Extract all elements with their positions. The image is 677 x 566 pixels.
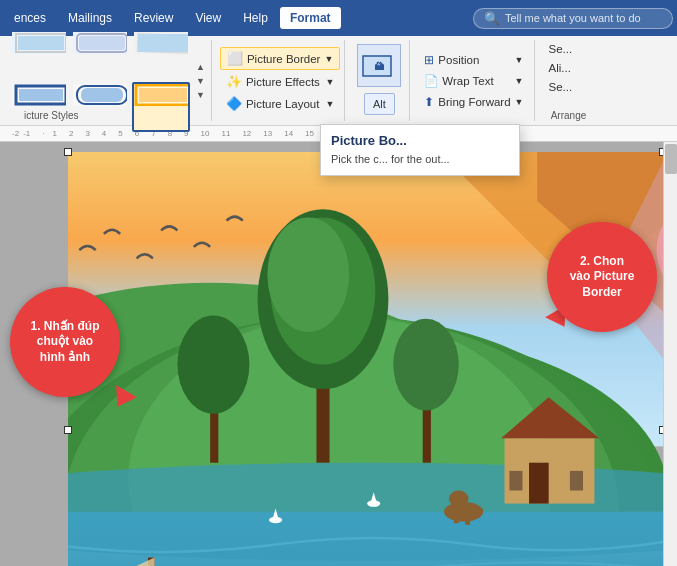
callout-2-text: 2. Chon vào Picture Border bbox=[570, 254, 635, 301]
search-placeholder: Tell me what you want to do bbox=[505, 12, 641, 24]
ruler-12: 12 bbox=[242, 129, 251, 138]
wrap-dropdown-icon: ▼ bbox=[515, 76, 524, 86]
position-icon: ⊞ bbox=[424, 53, 434, 67]
handle-top-left[interactable] bbox=[64, 148, 72, 156]
bring-forward-icon: ⬆ bbox=[424, 95, 434, 109]
ruler-11: 11 bbox=[221, 129, 230, 138]
format-ribbon: ▲ ▼ ▼ icture Styles ⬜ Picture Border ▼ ✨… bbox=[0, 36, 677, 126]
position-button[interactable]: ⊞ Position ▼ bbox=[418, 50, 529, 70]
pic-style-6[interactable] bbox=[132, 82, 190, 132]
forward-dropdown-icon: ▼ bbox=[515, 97, 524, 107]
ruler-15: 15 bbox=[305, 129, 314, 138]
ruler-14: 14 bbox=[284, 129, 293, 138]
callout-1: 1. Nhấn đúp chuột vào hình ảnh bbox=[10, 287, 120, 397]
picture-effects-icon: ✨ bbox=[226, 74, 242, 89]
svg-point-36 bbox=[267, 217, 349, 331]
svg-rect-48 bbox=[570, 471, 583, 491]
menu-item-view[interactable]: View bbox=[185, 7, 231, 29]
picture-border-label: Picture Border bbox=[247, 53, 321, 65]
image-frame[interactable]: blogkienthuctinhoc.com bbox=[68, 152, 663, 566]
pic-style-2[interactable] bbox=[71, 30, 129, 80]
svg-point-38 bbox=[177, 316, 249, 414]
picture-layout-icon: 🔷 bbox=[226, 96, 242, 111]
svg-rect-46 bbox=[529, 463, 549, 504]
picture-layout-label: Picture Layout bbox=[246, 98, 320, 110]
position-dropdown-icon: ▼ bbox=[515, 55, 524, 65]
scroll-down-arrow[interactable]: ▼ bbox=[194, 74, 207, 88]
menu-item-ences[interactable]: ences bbox=[4, 7, 56, 29]
picture-border-dropdown: Picture Bo... Pick the c... for the out.… bbox=[320, 124, 520, 176]
menu-item-review[interactable]: Review bbox=[124, 7, 183, 29]
pic-style-1[interactable] bbox=[10, 30, 68, 80]
svg-rect-5 bbox=[79, 36, 125, 50]
bring-forward-button[interactable]: ⬆ Bring Forward ▼ bbox=[418, 92, 529, 112]
search-icon: 🔍 bbox=[484, 11, 500, 26]
svg-rect-11 bbox=[19, 89, 63, 101]
align-label: Ali... bbox=[549, 62, 571, 74]
alt-button-icon: 🏔 bbox=[357, 44, 401, 87]
picture-styles-label: icture Styles bbox=[24, 110, 78, 121]
select-label: Se... bbox=[549, 43, 573, 55]
search-bar[interactable]: 🔍 Tell me what you want to do bbox=[473, 8, 673, 29]
svg-rect-57 bbox=[465, 505, 470, 525]
svg-rect-2 bbox=[18, 36, 64, 50]
picture-border-button[interactable]: ⬜ Picture Border ▼ bbox=[220, 47, 340, 70]
scrollbar-thumb[interactable] bbox=[665, 144, 677, 174]
dropdown-description: Pick the c... for the out... bbox=[331, 152, 509, 167]
picture-border-icon: ⬜ bbox=[227, 51, 243, 66]
callout-2: 2. Chon vào Picture Border bbox=[547, 222, 657, 332]
wrap-text-label: Wrap Text bbox=[442, 75, 493, 87]
alt-button[interactable]: Alt bbox=[364, 93, 395, 115]
svg-point-40 bbox=[393, 319, 458, 411]
picture-effects-label: Picture Effects bbox=[246, 76, 320, 88]
svg-point-58 bbox=[449, 491, 469, 507]
handle-middle-left[interactable] bbox=[64, 426, 72, 434]
pic-style-5[interactable] bbox=[71, 82, 129, 132]
svg-rect-17 bbox=[139, 88, 187, 102]
callout-1-text: 1. Nhấn đúp chuột vào hình ảnh bbox=[31, 319, 100, 366]
wrap-text-button[interactable]: 📄 Wrap Text ▼ bbox=[418, 71, 529, 91]
group-button[interactable]: Se... bbox=[543, 78, 595, 96]
ruler-10: 10 bbox=[201, 129, 210, 138]
picture-styles-group: ▲ ▼ ▼ icture Styles bbox=[6, 40, 212, 121]
dropdown-arrow-icon: ▼ bbox=[324, 54, 333, 64]
picture-layout-button[interactable]: 🔷 Picture Layout ▼ bbox=[220, 93, 340, 114]
svg-rect-47 bbox=[509, 471, 522, 491]
menu-item-format[interactable]: Format bbox=[280, 7, 341, 29]
ruler-13: 13 bbox=[263, 129, 272, 138]
svg-text:🏔: 🏔 bbox=[374, 61, 385, 72]
arrange-label: Arrange bbox=[543, 110, 595, 121]
landscape-image: blogkienthuctinhoc.com bbox=[68, 152, 663, 566]
menu-item-help[interactable]: Help bbox=[233, 7, 278, 29]
pic-style-3[interactable] bbox=[132, 30, 190, 80]
wrap-text-icon: 📄 bbox=[424, 74, 438, 88]
vertical-scrollbar[interactable] bbox=[663, 142, 677, 566]
menu-item-mailings[interactable]: Mailings bbox=[58, 7, 122, 29]
dropdown-arrow-layout-icon: ▼ bbox=[325, 99, 334, 109]
position-label: Position bbox=[438, 54, 479, 66]
svg-rect-14 bbox=[81, 88, 123, 102]
svg-rect-8 bbox=[138, 34, 188, 52]
expand-styles[interactable]: ▼ bbox=[194, 88, 207, 102]
picture-effects-button[interactable]: ✨ Picture Effects ▼ bbox=[220, 71, 340, 92]
select-button[interactable]: Se... bbox=[543, 40, 595, 58]
bring-forward-label: Bring Forward bbox=[438, 96, 510, 108]
group-label: Se... bbox=[549, 81, 573, 93]
dropdown-title: Picture Bo... bbox=[331, 133, 509, 148]
dropdown-arrow-effects-icon: ▼ bbox=[325, 77, 334, 87]
document-area: blogkienthuctinhoc.com 1. Nhấn đúp chuột… bbox=[0, 142, 677, 566]
pic-style-4[interactable] bbox=[10, 82, 68, 132]
align-button[interactable]: Ali... bbox=[543, 59, 595, 77]
scroll-up-arrow[interactable]: ▲ bbox=[194, 60, 207, 74]
